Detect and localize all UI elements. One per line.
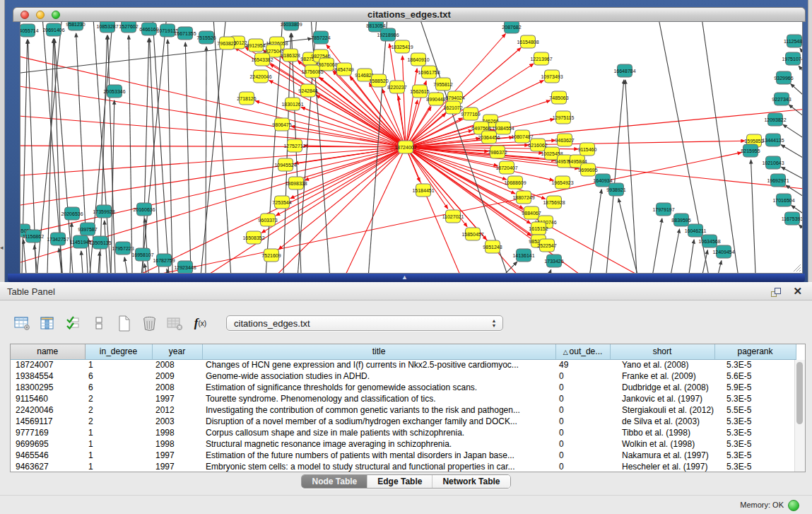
graph-node[interactable]: 20206536 <box>61 207 83 220</box>
graph-node[interactable]: 10688609 <box>504 176 526 189</box>
graph-edge[interactable] <box>20 115 406 147</box>
modify-table-icon[interactable] <box>13 314 32 333</box>
graph-edge[interactable] <box>799 225 802 245</box>
graph-node[interactable]: 7955812 <box>433 78 452 90</box>
collapse-west-panel-icon[interactable]: ◂ <box>0 245 4 251</box>
table-selector-combobox[interactable]: citations_edges.txt ▲▼ <box>226 315 503 331</box>
graph-node[interactable]: 7857224 <box>311 31 330 44</box>
graph-node[interactable]: 10719135 <box>156 24 178 37</box>
graph-node[interactable]: 9115460 <box>578 143 597 156</box>
graph-node[interactable]: 9603373 <box>258 214 277 226</box>
column-header-pagerank[interactable]: pagerank <box>714 344 796 359</box>
graph-node[interactable]: 15850457 <box>461 228 483 240</box>
graph-edge[interactable] <box>206 47 206 273</box>
split-pane-handle-icon[interactable]: ▲ <box>401 274 408 281</box>
graph-edge[interactable] <box>587 189 601 273</box>
graph-edge[interactable] <box>781 145 802 168</box>
graph-edge[interactable] <box>278 147 406 250</box>
network-window-titlebar[interactable]: citations_edges.txt <box>13 7 806 22</box>
graph-node[interactable]: 1615152 <box>529 222 548 235</box>
graph-edge[interactable] <box>783 124 802 149</box>
graph-edge[interactable] <box>541 269 551 273</box>
memory-status-indicator[interactable] <box>788 500 799 511</box>
graph-edge[interactable] <box>791 84 802 110</box>
graph-edge[interactable] <box>283 33 291 273</box>
graph-node[interactable]: 16958107 <box>131 248 153 261</box>
graph-node[interactable]: 14055714 <box>20 24 39 37</box>
graph-node[interactable]: 7521609 <box>261 249 281 262</box>
graph-edge[interactable] <box>145 218 148 273</box>
float-panel-icon[interactable] <box>770 286 781 298</box>
graph-edge[interactable] <box>23 240 26 273</box>
graph-node[interactable]: 10853287 <box>96 22 118 33</box>
table-row[interactable]: 1872400712008Changes of HCN gene express… <box>11 359 796 370</box>
graph-edge[interactable] <box>649 218 662 273</box>
graph-node[interactable]: 15184451 <box>412 184 434 197</box>
graph-edge[interactable] <box>367 22 387 273</box>
graph-node[interactable]: 9851248 <box>483 240 502 253</box>
graph-edge[interactable] <box>185 42 191 273</box>
graph-node[interactable]: 6466160 <box>139 23 158 35</box>
graph-node[interactable]: 12213967 <box>530 52 552 65</box>
new-document-icon[interactable] <box>114 314 134 333</box>
graph-node[interactable]: 9329966 <box>774 71 793 84</box>
graph-node[interactable]: 7253544 <box>272 196 291 209</box>
graph-node[interactable]: 8839595 <box>671 214 690 226</box>
graph-node[interactable]: 19692971 <box>767 174 789 187</box>
graph-edge[interactable] <box>305 147 406 180</box>
graph-node[interactable]: 18720407 <box>495 161 517 174</box>
graph-node[interactable]: 18301261 <box>281 98 303 110</box>
graph-edge[interactable] <box>751 160 755 273</box>
graph-node[interactable]: 16046211 <box>685 224 707 237</box>
vertical-scrollbar[interactable] <box>794 360 805 472</box>
graph-edge[interactable] <box>124 257 127 273</box>
table-row[interactable]: 2242004622012Investigating the contribut… <box>11 404 796 416</box>
graph-edge[interactable] <box>712 261 722 273</box>
graph-node[interactable]: 8990448 <box>426 93 445 105</box>
graph-node[interactable]: 2522547 <box>537 239 556 252</box>
graph-node[interactable]: 14136141 <box>512 249 534 262</box>
graph-node[interactable]: 19654923 <box>551 176 573 189</box>
graph-node[interactable]: 8186328 <box>281 49 300 62</box>
graph-edge[interactable] <box>481 262 517 273</box>
graph-node[interactable]: 11027021 <box>442 210 464 223</box>
graph-node[interactable]: 11675393 <box>782 212 802 225</box>
graph-node[interactable]: 22420046 <box>249 70 271 83</box>
row-height-icon[interactable] <box>89 314 108 333</box>
graph-node[interactable]: 9463627 <box>555 134 574 146</box>
graph-node[interactable]: 1562615 <box>410 85 429 98</box>
graph-edge[interactable] <box>167 40 172 273</box>
graph-edge[interactable] <box>406 141 745 147</box>
graph-node[interactable]: 9699695 <box>578 163 597 176</box>
graph-node[interactable]: 9806475 <box>272 118 291 131</box>
graph-edge[interactable] <box>81 251 83 273</box>
graph-node[interactable]: 7963822 <box>217 37 236 49</box>
table-row[interactable]: 946362711997Embryonic stem cells: a mode… <box>11 461 796 472</box>
graph-edge[interactable] <box>139 22 167 273</box>
graph-edge[interactable] <box>290 147 406 199</box>
column-header-out-degree[interactable]: △out_de... <box>555 344 610 359</box>
graph-node[interactable]: 9227343 <box>772 93 791 105</box>
graph-node[interactable]: 2087682 <box>502 22 521 33</box>
graph-node[interactable]: 12409454 <box>712 245 734 258</box>
graph-edge[interactable] <box>686 240 694 273</box>
graph-node[interactable]: 18756928 <box>543 196 565 209</box>
graph-node[interactable]: 13444135 <box>762 134 784 146</box>
column-header-name[interactable]: name <box>11 344 85 359</box>
graph-edge[interactable] <box>129 35 132 273</box>
graph-node[interactable]: 1588520 <box>369 74 388 87</box>
graph-edge[interactable] <box>144 264 146 273</box>
graph-edge[interactable] <box>86 147 406 273</box>
select-column-icon[interactable] <box>38 314 57 333</box>
graph-node[interactable]: 16671355 <box>174 27 196 40</box>
tab-node-table[interactable]: Node Table <box>302 475 367 488</box>
graph-node[interactable]: 8454749 <box>334 63 353 76</box>
table-row[interactable]: 1456911722003Disruption of a novel membe… <box>11 416 796 427</box>
graph-edge[interactable] <box>20 83 406 147</box>
graph-node[interactable]: 8215955 <box>741 144 760 157</box>
graph-node[interactable]: 16154808 <box>517 35 539 48</box>
graph-node[interactable]: 18807249 <box>512 191 534 204</box>
graph-edge[interactable] <box>789 105 802 129</box>
graph-node[interactable]: 9581230 <box>66 22 85 30</box>
table-row[interactable]: 1830029562008Estimation of significance … <box>11 382 796 393</box>
